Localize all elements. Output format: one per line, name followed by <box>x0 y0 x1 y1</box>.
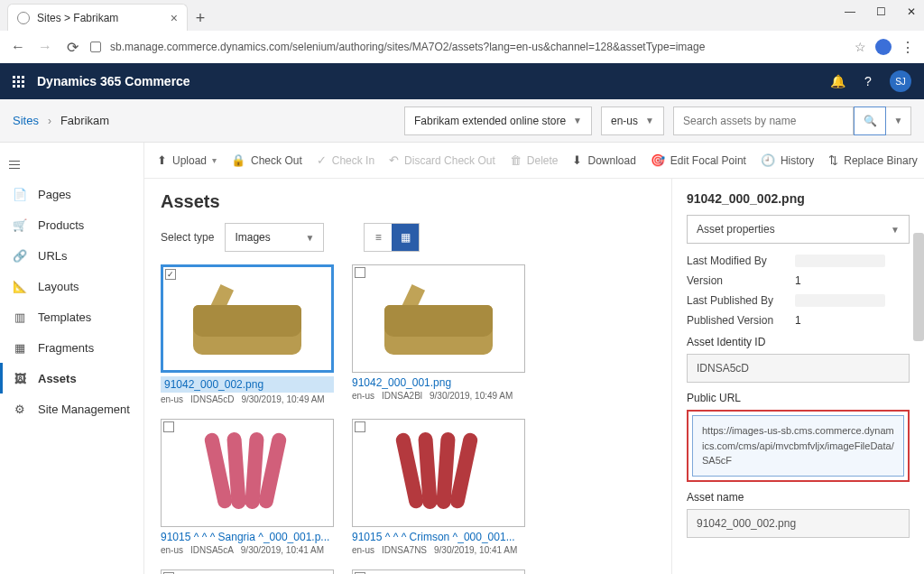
link-icon: 🔗 <box>13 248 27 263</box>
reload-button[interactable]: ⟳ <box>63 38 81 56</box>
list-view-button[interactable]: ≡ <box>365 224 392 251</box>
asset-thumbnail[interactable] <box>161 419 334 527</box>
checkout-button[interactable]: 🔒Check Out <box>231 153 302 167</box>
close-tab-icon[interactable]: × <box>171 11 178 25</box>
page-icon: 📄 <box>13 187 27 201</box>
sidebar-toggle-button[interactable] <box>0 150 29 179</box>
breadcrumb-current: Fabrikam <box>60 114 109 127</box>
asset-card[interactable]: 91015 ^ ^ ^ Sangria ^_000_001.p...en-usI… <box>161 419 334 555</box>
app-header: Dynamics 365 Commerce 🔔 ? SJ <box>0 63 924 99</box>
asset-card[interactable]: 91015 ^ ^ ^ Crimson ^_000_001...en-usIDN… <box>352 419 525 555</box>
scrollbar[interactable] <box>913 233 924 341</box>
sidebar-item-layouts[interactable]: 📐Layouts <box>0 271 143 301</box>
profile-avatar-icon[interactable] <box>875 39 892 55</box>
app-launcher-icon[interactable] <box>13 76 24 88</box>
asset-thumbnail[interactable] <box>352 569 525 574</box>
asset-card[interactable]: 91042_000_001.pngen-usIDNSA2Bl9/30/2019,… <box>352 264 525 404</box>
asset-type-select[interactable]: Images ▼ <box>225 223 324 252</box>
toolbar: ⬆Upload▾ 🔒Check Out ✓Check In ↶Discard C… <box>144 143 924 179</box>
breadcrumb-root[interactable]: Sites <box>13 114 39 127</box>
asset-card[interactable] <box>161 569 334 574</box>
bookmark-icon[interactable]: ☆ <box>855 40 866 54</box>
delete-button: 🗑Delete <box>510 153 559 167</box>
gear-icon: ⚙ <box>13 402 27 416</box>
lock-icon <box>90 42 101 52</box>
address-bar[interactable]: sb.manage.commerce.dynamics.com/selenium… <box>110 41 845 53</box>
properties-section-select[interactable]: Asset properties ▼ <box>687 215 910 244</box>
assets-icon: 🖼 <box>13 371 27 385</box>
asset-checkbox[interactable] <box>355 421 365 432</box>
asset-meta: en-usIDNSA5cD9/30/2019, 10:49 AM <box>161 394 334 404</box>
fragment-icon: ▦ <box>13 340 27 355</box>
asset-checkbox[interactable] <box>355 267 365 278</box>
grid-view-button[interactable]: ▦ <box>392 224 419 251</box>
download-button[interactable]: ⬇Download <box>572 153 635 167</box>
cart-icon: 🛒 <box>13 218 27 232</box>
asset-meta: en-usIDNSA7NS9/30/2019, 10:41 AM <box>352 545 525 555</box>
forward-button[interactable]: → <box>36 38 54 56</box>
bell-icon[interactable]: 🔔 <box>828 74 846 88</box>
user-avatar[interactable]: SJ <box>890 70 911 92</box>
asset-card[interactable] <box>352 569 525 574</box>
sidebar-item-site-management[interactable]: ⚙Site Management <box>0 393 143 424</box>
store-select[interactable]: Fabrikam extended online store ▼ <box>404 106 592 135</box>
upload-button[interactable]: ⬆Upload▾ <box>157 153 217 167</box>
search-input[interactable] <box>673 106 854 135</box>
asset-name-link[interactable]: 91015 ^ ^ ^ Sangria ^_000_001.p... <box>161 531 334 543</box>
properties-file-title: 91042_000_002.png <box>687 191 910 206</box>
sidebar-item-assets[interactable]: 🖼Assets <box>0 363 143 393</box>
asset-name-link[interactable]: 91015 ^ ^ ^ Crimson ^_000_001... <box>352 531 525 543</box>
sidebar-item-urls[interactable]: 🔗URLs <box>0 240 143 271</box>
browser-menu-icon[interactable]: ⋮ <box>901 39 915 56</box>
chevron-right-icon: › <box>48 115 51 127</box>
new-tab-button[interactable]: + <box>188 5 213 31</box>
asset-thumbnail[interactable] <box>161 569 334 574</box>
version-value: 1 <box>795 274 801 287</box>
asset-card[interactable]: ✓91042_000_002.pngen-usIDNSA5cD9/30/2019… <box>161 264 334 404</box>
template-icon: ▥ <box>13 310 27 324</box>
asset-checkbox[interactable]: ✓ <box>165 269 176 280</box>
replace-icon: ⇅ <box>828 153 838 167</box>
sidebar-item-fragments[interactable]: ▦Fragments <box>0 332 143 363</box>
minimize-button[interactable]: — <box>843 5 857 18</box>
browser-chrome: — ☐ ✕ Sites > Fabrikam × + ← → ⟳ sb.mana… <box>0 0 924 63</box>
asset-checkbox[interactable] <box>163 421 174 432</box>
language-select[interactable]: en-us ▼ <box>601 106 664 135</box>
asset-name-link[interactable]: 91042_000_001.png <box>352 376 525 389</box>
last-published-by-value <box>795 294 885 307</box>
browser-tab[interactable]: Sites > Fabrikam × <box>7 4 188 31</box>
search-button[interactable]: 🔍 <box>854 106 886 135</box>
tab-title: Sites > Fabrikam <box>37 12 118 24</box>
edit-focal-point-button[interactable]: 🎯Edit Focal Point <box>651 153 746 167</box>
lock-icon: 🔒 <box>231 153 245 167</box>
undo-icon: ↶ <box>389 153 399 167</box>
focal-icon: 🎯 <box>651 153 665 167</box>
sidebar-item-products[interactable]: 🛒Products <box>0 209 143 240</box>
history-button[interactable]: 🕘History <box>761 153 814 167</box>
public-url-value[interactable]: https://images-us-sb.cms.commerce.dynami… <box>692 415 904 477</box>
public-url-highlight: https://images-us-sb.cms.commerce.dynami… <box>687 410 910 482</box>
search-dropdown-button[interactable]: ▼ <box>886 106 911 135</box>
checkin-button: ✓Check In <box>317 153 374 167</box>
sidebar-item-pages[interactable]: 📄Pages <box>0 179 143 209</box>
layout-icon: 📐 <box>13 279 27 293</box>
asset-thumbnail[interactable] <box>352 264 525 373</box>
upload-icon: ⬆ <box>157 153 167 167</box>
published-version-value: 1 <box>795 314 801 327</box>
asset-thumbnail[interactable] <box>352 419 525 527</box>
asset-name-value: 91042_000_002.png <box>687 509 910 538</box>
close-window-button[interactable]: ✕ <box>904 5 919 18</box>
page-title: Assets <box>161 191 655 212</box>
select-type-label: Select type <box>161 231 214 244</box>
last-modified-by-label: Last Modified By <box>687 255 795 267</box>
sidebar-item-templates[interactable]: ▥Templates <box>0 301 143 332</box>
help-icon[interactable]: ? <box>859 74 877 88</box>
replace-binary-button[interactable]: ⇅Replace Binary <box>828 153 917 167</box>
maximize-button[interactable]: ☐ <box>873 5 888 18</box>
asset-name-link[interactable]: 91042_000_002.png <box>161 376 334 393</box>
published-version-label: Published Version <box>687 314 795 327</box>
globe-icon <box>17 12 30 24</box>
back-button[interactable]: ← <box>9 38 27 56</box>
asset-thumbnail[interactable]: ✓ <box>161 264 334 373</box>
asset-meta: en-usIDNSA2Bl9/30/2019, 10:49 AM <box>352 391 525 401</box>
